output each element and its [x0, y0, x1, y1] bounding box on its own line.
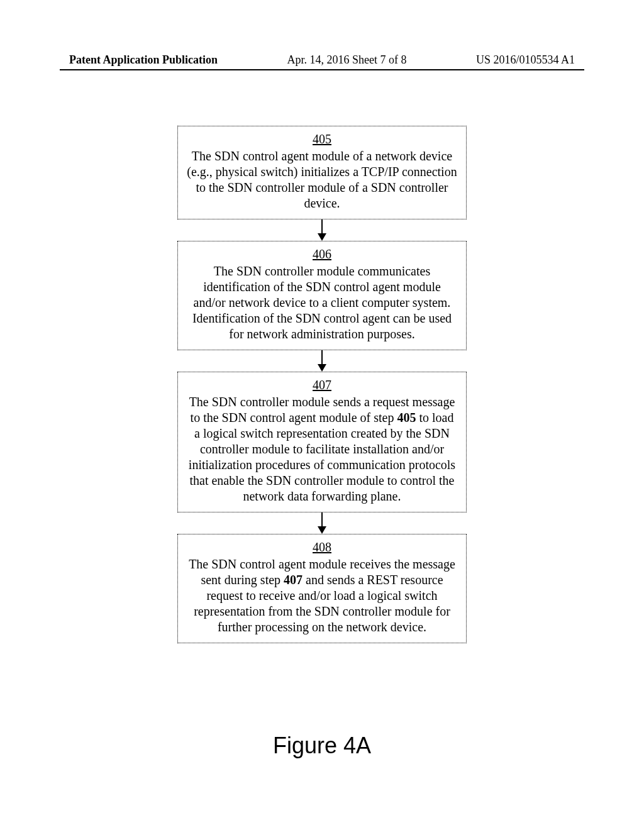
flow-step-406: 406 The SDN controller module communicat… — [177, 241, 467, 350]
flow-step-405: 405 The SDN control agent module of a ne… — [177, 126, 467, 219]
header-divider — [60, 69, 584, 70]
step-number: 408 — [187, 540, 457, 555]
arrow-icon — [318, 350, 326, 372]
figure-caption: Figure 4A — [273, 733, 371, 759]
header-patent-number: US 2016/0105534 A1 — [476, 53, 575, 67]
page-header: Patent Application Publication Apr. 14, … — [0, 53, 644, 67]
header-date-sheet: Apr. 14, 2016 Sheet 7 of 8 — [287, 53, 407, 67]
flow-step-408: 408 The SDN control agent module receive… — [177, 534, 467, 643]
arrow-icon — [318, 512, 326, 534]
header-publication-label: Patent Application Publication — [69, 53, 218, 67]
step-number: 406 — [187, 246, 457, 262]
step-text: The SDN controller module sends a reques… — [189, 395, 455, 503]
step-number: 407 — [187, 377, 457, 393]
step-text: The SDN control agent module of a networ… — [187, 149, 457, 210]
step-text: The SDN control agent module receives th… — [189, 557, 455, 634]
flowchart: 405 The SDN control agent module of a ne… — [171, 126, 473, 643]
arrow-icon — [318, 219, 326, 241]
flow-step-407: 407 The SDN controller module sends a re… — [177, 372, 467, 512]
step-number: 405 — [187, 131, 457, 147]
step-text: The SDN controller module communicates i… — [192, 264, 452, 341]
